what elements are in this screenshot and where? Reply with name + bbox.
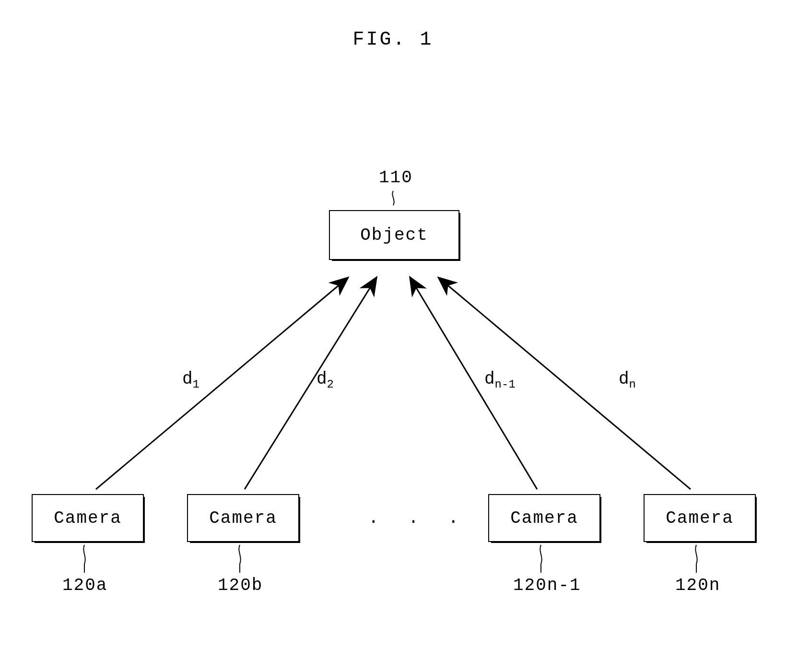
svg-line-3 <box>439 278 691 489</box>
camera-2-ref: 120b <box>218 576 263 595</box>
figure-title: FIG. 1 <box>352 29 433 50</box>
camera-1-box: Camera <box>32 494 144 542</box>
arrow-label-d1: d1 <box>182 369 199 391</box>
ellipsis: . . . <box>368 508 468 528</box>
camera-3-box: Camera <box>488 494 600 542</box>
camera-4-box: Camera <box>644 494 756 542</box>
arrow-label-dn: dn <box>619 369 636 391</box>
object-ref-label: 110 <box>379 168 413 188</box>
arrow-label-d2: d2 <box>317 369 334 391</box>
diagram-connectors <box>0 0 786 672</box>
svg-line-1 <box>245 278 376 489</box>
camera-3-ref: 120n-1 <box>513 576 581 595</box>
svg-line-0 <box>96 278 347 489</box>
object-label: Object <box>360 225 428 245</box>
camera-3-label: Camera <box>510 508 578 528</box>
camera-1-label: Camera <box>54 508 122 528</box>
camera-4-ref: 120n <box>675 576 720 595</box>
arrow-label-dn-1: dn-1 <box>484 369 516 391</box>
camera-4-label: Camera <box>666 508 734 528</box>
camera-2-box: Camera <box>187 494 299 542</box>
svg-line-2 <box>411 278 537 489</box>
camera-1-ref: 120a <box>62 576 107 595</box>
object-box: Object <box>329 210 459 260</box>
camera-2-label: Camera <box>209 508 277 528</box>
